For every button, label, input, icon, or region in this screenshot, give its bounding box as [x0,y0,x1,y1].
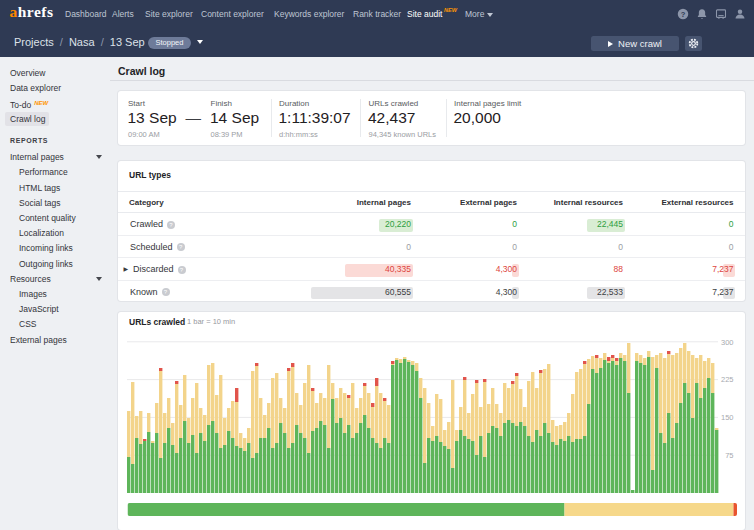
svg-text:150: 150 [720,413,733,422]
svg-text:75: 75 [725,451,733,460]
svg-text:300: 300 [720,338,733,347]
svg-text:225: 225 [720,375,733,384]
svg-text:?: ? [681,10,686,19]
